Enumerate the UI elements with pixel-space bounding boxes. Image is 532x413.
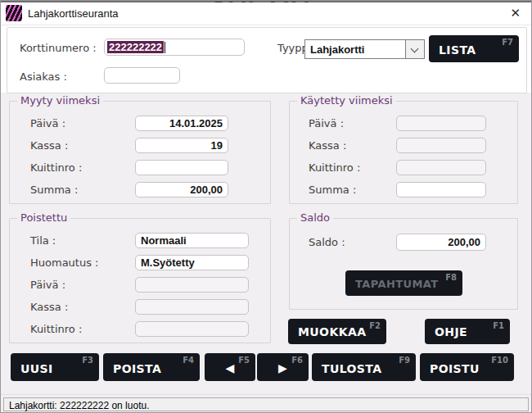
myyty-paiva-label: Päivä : (30, 117, 65, 129)
poistettu-kassa-input[interactable] (135, 299, 249, 315)
myyty-kassa-label: Kassa : (30, 139, 68, 152)
group-saldo: Saldo Saldo : TAPAHTUMAT F8 (289, 218, 518, 310)
muokkaa-fkey-label: F2 (369, 321, 381, 330)
muokkaa-button[interactable]: MUOKKAA F2 (288, 319, 386, 344)
poistettu-kassa-label: Kassa : (30, 301, 68, 313)
next-fkey-label: F6 (291, 356, 303, 365)
app-icon (6, 5, 22, 21)
poistettu-paiva-input[interactable] (135, 277, 249, 293)
group-myyty-viimeksi: Myyty viimeksi Päivä : Kassa : Kuittinro… (9, 101, 271, 204)
chevron-down-icon (411, 45, 419, 53)
saldo-label: Saldo : (309, 236, 345, 248)
background-window-text-fragment: SAI VIA (210, 2, 349, 6)
kaytetty-paiva-input[interactable] (396, 116, 486, 131)
tulosta-button[interactable]: TULOSTA F9 (312, 353, 416, 381)
group-title-kaytetty: Käytetty viimeksi (297, 94, 396, 107)
korttinumero-selected-text: 222222222 (107, 41, 164, 53)
group-poistettu: Poistettu Tila : Huomautus : Päivä : Kas… (9, 218, 271, 343)
poista-fkey-label: F4 (183, 356, 194, 365)
kaytetty-paiva-label: Päivä : (309, 117, 344, 129)
poistettu-huomautus-input[interactable] (135, 255, 249, 270)
card-search-panel: Korttinumero : 222222222 Tyyppi : Lahjak… (7, 27, 527, 93)
kaytetty-kassa-label: Kassa : (309, 139, 346, 152)
asiakas-input[interactable] (104, 67, 180, 84)
lista-button[interactable]: LISTA F7 (429, 35, 519, 62)
status-message-box: Lahjakortti: 222222222 on luotu. (3, 397, 529, 411)
poistettu-kuittinro-input[interactable] (135, 321, 249, 337)
poistettu-kuittinro-label: Kuittinro : (30, 323, 82, 335)
tyyppi-select[interactable]: Lahjakortti (304, 39, 425, 59)
asiakas-label: Asiakas : (20, 70, 67, 83)
kaytetty-kuittinro-input[interactable] (396, 160, 486, 175)
ohje-button[interactable]: OHJE F1 (425, 319, 510, 344)
kaytetty-summa-label: Summa : (309, 184, 356, 196)
poistettu-tila-input[interactable] (135, 233, 249, 248)
group-title-myyty: Myyty viimeksi (17, 94, 103, 107)
prev-button[interactable]: ◀ F5 (205, 353, 255, 381)
myyty-kassa-input[interactable] (135, 138, 228, 153)
tyyppi-selected-value: Lahjakortti (310, 43, 364, 56)
app-window: SAI VIA Lahjakorttiseuranta ✕ Korttinume… (0, 0, 532, 413)
combo-dropdown-button[interactable] (405, 40, 424, 58)
korttinumero-label: Korttinumero : (20, 42, 97, 54)
group-title-poistettu: Poistettu (17, 211, 70, 224)
myyty-kuittinro-label: Kuittinro : (30, 161, 82, 174)
kaytetty-kassa-input[interactable] (396, 138, 486, 153)
poistu-fkey-label: F10 (491, 356, 508, 365)
tapahtumat-button[interactable]: TAPAHTUMAT F8 (345, 270, 462, 296)
poista-button[interactable]: POISTA F4 (103, 353, 200, 381)
lista-fkey-label: F7 (502, 38, 513, 47)
window-title: Lahjakorttiseuranta (28, 7, 119, 20)
group-title-saldo: Saldo (297, 211, 333, 224)
kaytetty-summa-input[interactable] (396, 182, 486, 197)
myyty-paiva-input[interactable] (135, 116, 228, 131)
poistettu-paiva-label: Päivä : (30, 279, 65, 291)
kaytetty-kuittinro-label: Kuittinro : (309, 161, 360, 174)
close-icon[interactable]: ✕ (510, 6, 521, 20)
poistu-button[interactable]: POISTU F10 (420, 353, 514, 381)
status-message: Lahjakortti: 222222222 on luotu. (9, 400, 149, 411)
poistettu-tila-label: Tila : (30, 234, 56, 247)
status-bar: Lahjakortti: 222222222 on luotu. (1, 394, 531, 413)
prev-fkey-label: F5 (238, 356, 250, 365)
tapahtumat-fkey-label: F8 (445, 273, 457, 282)
myyty-summa-label: Summa : (30, 184, 78, 196)
korttinumero-input[interactable]: 222222222 (104, 39, 245, 56)
arrow-right-icon: ▶ (278, 361, 287, 374)
text-caret (165, 42, 165, 53)
ohje-fkey-label: F1 (493, 321, 504, 330)
group-kaytetty-viimeksi: Käytetty viimeksi Päivä : Kassa : Kuitti… (289, 101, 518, 204)
myyty-kuittinro-input[interactable] (135, 160, 228, 175)
next-button[interactable]: ▶ F6 (257, 353, 309, 381)
poistettu-huomautus-label: Huomautus : (30, 256, 98, 269)
uusi-fkey-label: F3 (82, 356, 93, 365)
tulosta-fkey-label: F9 (399, 356, 410, 365)
uusi-button[interactable]: UUSI F3 (11, 353, 99, 381)
myyty-summa-input[interactable] (135, 182, 228, 197)
arrow-left-icon: ◀ (225, 361, 234, 374)
saldo-input[interactable] (396, 234, 486, 251)
